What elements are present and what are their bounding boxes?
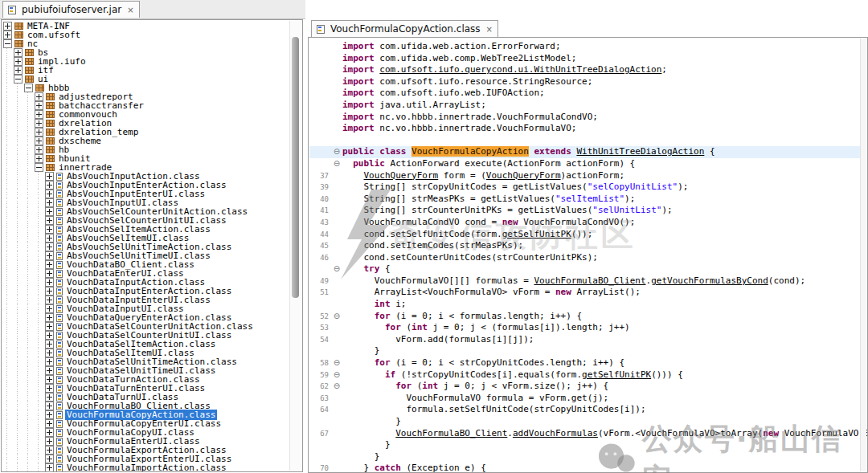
fold-collapse-icon[interactable]: ⊖ bbox=[331, 369, 342, 381]
tree-indent-guide bbox=[24, 463, 35, 472]
expand-icon[interactable] bbox=[45, 357, 54, 366]
expand-icon[interactable] bbox=[45, 322, 54, 331]
expand-icon[interactable] bbox=[45, 428, 54, 437]
fold-collapse-icon[interactable]: ⊖ bbox=[331, 158, 342, 170]
fold-collapse-icon[interactable]: ⊖ bbox=[331, 146, 342, 158]
code-token: String[] strCopyUnitCodes = getListValue… bbox=[364, 181, 588, 192]
expand-icon[interactable] bbox=[45, 437, 54, 446]
expand-icon[interactable] bbox=[45, 269, 54, 278]
expand-icon[interactable] bbox=[45, 225, 54, 234]
code-line: import com.ufida.web.comp.WebTree2ListMo… bbox=[309, 53, 861, 65]
expand-icon[interactable] bbox=[45, 216, 54, 225]
expand-icon[interactable] bbox=[45, 278, 54, 287]
expand-icon[interactable] bbox=[45, 296, 54, 304]
expand-icon[interactable] bbox=[14, 66, 23, 75]
expand-icon[interactable] bbox=[35, 92, 43, 101]
expand-icon[interactable] bbox=[14, 48, 23, 57]
expand-icon[interactable] bbox=[3, 31, 12, 39]
expand-icon[interactable] bbox=[45, 331, 54, 340]
expand-icon[interactable] bbox=[45, 384, 54, 393]
expand-icon[interactable] bbox=[45, 251, 54, 260]
expand-icon[interactable] bbox=[35, 110, 43, 119]
expand-icon[interactable] bbox=[45, 172, 54, 181]
expand-icon[interactable] bbox=[45, 393, 54, 402]
tree-indent-guide bbox=[3, 375, 14, 384]
expand-icon[interactable] bbox=[45, 375, 54, 384]
expand-icon[interactable] bbox=[45, 207, 54, 216]
expand-icon[interactable] bbox=[45, 455, 54, 463]
tree-indent-guide bbox=[24, 322, 35, 331]
collapse-icon[interactable] bbox=[3, 39, 12, 48]
expand-icon[interactable] bbox=[45, 243, 54, 251]
class-file-icon bbox=[56, 376, 63, 384]
tab-close-icon[interactable]: × bbox=[486, 25, 493, 34]
tree-indent-guide bbox=[3, 260, 14, 269]
expand-icon[interactable] bbox=[45, 287, 54, 296]
code-token: ArrayList(); bbox=[576, 287, 640, 297]
fold-collapse-icon[interactable]: ⊖ bbox=[331, 263, 342, 275]
expand-icon[interactable] bbox=[45, 313, 54, 322]
tree-indent-guide bbox=[14, 296, 24, 304]
tree-indent-guide bbox=[35, 198, 45, 207]
expand-icon[interactable] bbox=[45, 181, 54, 190]
expand-icon[interactable] bbox=[45, 446, 54, 455]
tree-indent-guide bbox=[35, 384, 45, 393]
tree-item[interactable]: VouchFormulaImportAction.class bbox=[3, 463, 289, 472]
expand-icon[interactable] bbox=[45, 410, 54, 419]
tree-indent-guide bbox=[14, 172, 24, 181]
code-token: getVouchFormulasByCond bbox=[651, 275, 768, 286]
code-text: try { bbox=[342, 263, 391, 275]
expand-icon[interactable] bbox=[45, 190, 54, 198]
expand-icon[interactable] bbox=[35, 145, 43, 154]
expand-icon[interactable] bbox=[45, 349, 54, 357]
expand-icon[interactable] bbox=[35, 101, 43, 110]
tree-item[interactable]: com.ufsoft bbox=[3, 31, 289, 39]
expand-icon[interactable] bbox=[45, 340, 54, 349]
expand-icon[interactable] bbox=[45, 419, 54, 428]
tree-indent-guide bbox=[24, 331, 35, 340]
tree-indent-guide bbox=[14, 243, 24, 251]
tree-scrollbar[interactable] bbox=[289, 21, 301, 471]
expand-icon[interactable] bbox=[35, 137, 43, 145]
expand-icon[interactable] bbox=[45, 260, 54, 269]
expand-icon[interactable] bbox=[45, 304, 54, 313]
tree-item[interactable]: hbunit bbox=[3, 154, 289, 163]
left-editor-tab[interactable]: pubiufoiufoserver.jar × bbox=[2, 1, 140, 18]
tree-item[interactable]: commonvouch bbox=[3, 110, 289, 119]
code-text: import com.ufida.web.comp.WebTree2ListMo… bbox=[342, 53, 576, 65]
expand-icon[interactable] bbox=[35, 154, 43, 163]
tree-item[interactable]: dxrelation bbox=[3, 119, 289, 128]
tree-indent-guide bbox=[35, 269, 45, 278]
tab-close-icon[interactable]: × bbox=[127, 6, 133, 14]
tree-item[interactable]: dxrelation_temp bbox=[3, 128, 289, 137]
fold-collapse-icon[interactable]: ⊖ bbox=[331, 381, 342, 393]
fold-collapse-icon[interactable]: ⊖ bbox=[331, 311, 342, 323]
collapse-icon[interactable] bbox=[24, 84, 33, 92]
tree-indent-guide bbox=[24, 154, 35, 163]
code-editor[interactable]: import com.ufida.web.action.ErrorForward… bbox=[308, 37, 868, 473]
class-file-icon bbox=[56, 314, 63, 322]
expand-icon[interactable] bbox=[45, 198, 54, 207]
code-indent bbox=[342, 275, 375, 286]
tree-item[interactable]: batchacctransfer bbox=[3, 101, 289, 110]
expand-icon[interactable] bbox=[45, 366, 54, 375]
collapse-icon[interactable] bbox=[14, 75, 23, 84]
expand-icon[interactable] bbox=[35, 128, 43, 137]
expand-icon[interactable] bbox=[3, 22, 12, 31]
expand-icon[interactable] bbox=[14, 57, 23, 66]
tree-item[interactable]: dxscheme bbox=[3, 137, 289, 145]
expand-icon[interactable] bbox=[35, 119, 43, 128]
expand-icon[interactable] bbox=[45, 402, 54, 410]
tree-item[interactable]: hb bbox=[3, 145, 289, 154]
tree-item[interactable]: hbbb bbox=[3, 84, 289, 92]
tree-item[interactable]: adjustedreport bbox=[3, 92, 289, 101]
right-editor-tab[interactable]: VouchFormulaCopyAction.class × bbox=[311, 20, 498, 37]
fold-collapse-icon[interactable]: ⊖ bbox=[331, 357, 342, 369]
expand-icon[interactable] bbox=[45, 234, 54, 243]
expand-icon[interactable] bbox=[45, 463, 54, 472]
overview-ruler[interactable] bbox=[860, 39, 866, 471]
code-indent bbox=[342, 181, 364, 192]
collapse-icon[interactable] bbox=[35, 163, 43, 172]
tree-scrollbar-thumb[interactable] bbox=[292, 37, 299, 298]
tree-indent-guide bbox=[14, 207, 24, 216]
